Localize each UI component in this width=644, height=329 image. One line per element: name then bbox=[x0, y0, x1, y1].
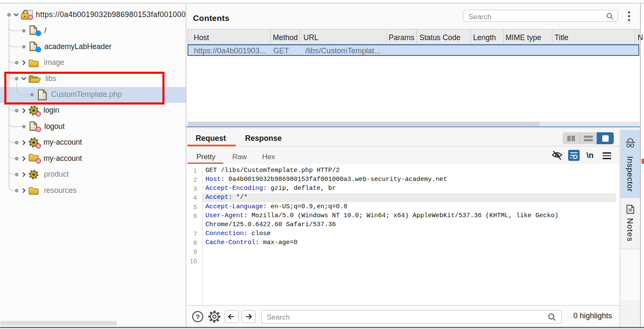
svg-text:?: ? bbox=[196, 313, 199, 320]
